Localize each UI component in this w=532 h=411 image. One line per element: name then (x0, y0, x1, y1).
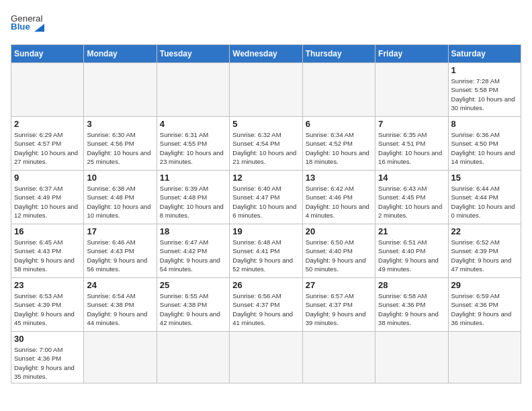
day-info: Sunrise: 6:57 AM Sunset: 4:37 PM Dayligh… (306, 291, 372, 327)
day-info: Sunrise: 6:40 AM Sunset: 4:47 PM Dayligh… (232, 184, 299, 220)
day-number: 5 (232, 119, 299, 129)
calendar-cell: 23Sunrise: 6:53 AM Sunset: 4:39 PM Dayli… (11, 278, 84, 332)
day-info: Sunrise: 6:54 AM Sunset: 4:38 PM Dayligh… (87, 291, 153, 327)
calendar-cell: 17Sunrise: 6:46 AM Sunset: 4:43 PM Dayli… (84, 224, 157, 278)
day-number: 17 (87, 226, 153, 236)
calendar-week-row: 1Sunrise: 7:28 AM Sunset: 5:58 PM Daylig… (11, 63, 521, 117)
day-number: 27 (306, 280, 372, 290)
calendar-cell: 16Sunrise: 6:45 AM Sunset: 4:43 PM Dayli… (11, 224, 84, 278)
day-info: Sunrise: 6:59 AM Sunset: 4:36 PM Dayligh… (451, 291, 518, 327)
calendar-cell: 6Sunrise: 6:34 AM Sunset: 4:52 PM Daylig… (302, 117, 375, 171)
day-header-monday: Monday (84, 45, 157, 63)
calendar-header-row: SundayMondayTuesdayWednesdayThursdayFrid… (11, 45, 521, 63)
calendar-cell: 7Sunrise: 6:35 AM Sunset: 4:51 PM Daylig… (375, 117, 448, 171)
calendar-cell: 27Sunrise: 6:57 AM Sunset: 4:37 PM Dayli… (302, 278, 375, 332)
day-info: Sunrise: 6:44 AM Sunset: 4:44 PM Dayligh… (451, 184, 518, 220)
day-header-sunday: Sunday (11, 45, 84, 63)
day-info: Sunrise: 6:35 AM Sunset: 4:51 PM Dayligh… (378, 130, 445, 166)
day-number: 21 (378, 226, 445, 236)
day-number: 11 (160, 173, 226, 183)
calendar-cell: 18Sunrise: 6:47 AM Sunset: 4:42 PM Dayli… (157, 224, 229, 278)
calendar-cell: 2Sunrise: 6:29 AM Sunset: 4:57 PM Daylig… (11, 117, 84, 171)
day-info: Sunrise: 6:53 AM Sunset: 4:39 PM Dayligh… (14, 291, 81, 327)
calendar-cell (11, 63, 84, 117)
day-number: 7 (378, 119, 445, 129)
calendar-cell: 4Sunrise: 6:31 AM Sunset: 4:55 PM Daylig… (157, 117, 229, 171)
day-info: Sunrise: 6:47 AM Sunset: 4:42 PM Dayligh… (160, 238, 226, 273)
day-number: 1 (451, 65, 518, 75)
day-number: 24 (87, 280, 153, 290)
day-info: Sunrise: 6:51 AM Sunset: 4:40 PM Dayligh… (378, 238, 445, 273)
day-info: Sunrise: 7:28 AM Sunset: 5:58 PM Dayligh… (451, 77, 518, 112)
calendar-cell: 8Sunrise: 6:36 AM Sunset: 4:50 PM Daylig… (448, 117, 521, 171)
day-info: Sunrise: 6:43 AM Sunset: 4:45 PM Dayligh… (378, 184, 445, 220)
day-info: Sunrise: 6:30 AM Sunset: 4:56 PM Dayligh… (87, 130, 153, 166)
day-header-thursday: Thursday (302, 45, 375, 63)
day-number: 14 (378, 173, 445, 183)
day-info: Sunrise: 6:50 AM Sunset: 4:40 PM Dayligh… (306, 238, 372, 273)
day-info: Sunrise: 6:45 AM Sunset: 4:43 PM Dayligh… (14, 238, 81, 273)
day-number: 16 (14, 226, 81, 236)
day-number: 3 (87, 119, 153, 129)
calendar-week-row: 30Sunrise: 7:00 AM Sunset: 4:36 PM Dayli… (11, 332, 521, 383)
calendar-cell: 26Sunrise: 6:56 AM Sunset: 4:37 PM Dayli… (230, 278, 302, 332)
day-number: 19 (232, 226, 299, 236)
day-info: Sunrise: 6:29 AM Sunset: 4:57 PM Dayligh… (14, 130, 81, 166)
day-info: Sunrise: 6:31 AM Sunset: 4:55 PM Dayligh… (160, 130, 226, 166)
general-blue-logo: General Blue (11, 11, 44, 38)
calendar-cell: 29Sunrise: 6:59 AM Sunset: 4:36 PM Dayli… (448, 278, 521, 332)
calendar-cell: 30Sunrise: 7:00 AM Sunset: 4:36 PM Dayli… (11, 332, 84, 383)
day-info: Sunrise: 6:34 AM Sunset: 4:52 PM Dayligh… (306, 130, 372, 166)
calendar-cell: 14Sunrise: 6:43 AM Sunset: 4:45 PM Dayli… (375, 171, 448, 224)
day-info: Sunrise: 6:37 AM Sunset: 4:49 PM Dayligh… (14, 184, 81, 220)
day-number: 23 (14, 280, 81, 290)
day-header-saturday: Saturday (448, 45, 521, 63)
day-info: Sunrise: 6:55 AM Sunset: 4:38 PM Dayligh… (160, 291, 226, 327)
day-number: 28 (378, 280, 445, 290)
calendar-cell: 5Sunrise: 6:32 AM Sunset: 4:54 PM Daylig… (230, 117, 302, 171)
day-info: Sunrise: 6:38 AM Sunset: 4:48 PM Dayligh… (87, 184, 153, 220)
calendar-week-row: 9Sunrise: 6:37 AM Sunset: 4:49 PM Daylig… (11, 171, 521, 224)
day-number: 13 (306, 173, 372, 183)
calendar-week-row: 23Sunrise: 6:53 AM Sunset: 4:39 PM Dayli… (11, 278, 521, 332)
calendar-cell (375, 332, 448, 383)
day-info: Sunrise: 6:42 AM Sunset: 4:46 PM Dayligh… (306, 184, 372, 220)
calendar-cell: 28Sunrise: 6:58 AM Sunset: 4:36 PM Dayli… (375, 278, 448, 332)
day-number: 6 (306, 119, 372, 129)
day-number: 30 (14, 334, 81, 344)
calendar-cell: 25Sunrise: 6:55 AM Sunset: 4:38 PM Dayli… (157, 278, 229, 332)
day-number: 25 (160, 280, 226, 290)
day-number: 22 (451, 226, 518, 236)
calendar-cell (302, 63, 375, 117)
day-number: 15 (451, 173, 518, 183)
svg-text:Blue: Blue (11, 21, 30, 32)
day-number: 29 (451, 280, 518, 290)
calendar-cell: 24Sunrise: 6:54 AM Sunset: 4:38 PM Dayli… (84, 278, 157, 332)
day-info: Sunrise: 6:39 AM Sunset: 4:48 PM Dayligh… (160, 184, 226, 220)
calendar-cell: 11Sunrise: 6:39 AM Sunset: 4:48 PM Dayli… (157, 171, 229, 224)
calendar-cell (84, 63, 157, 117)
calendar-table: SundayMondayTuesdayWednesdayThursdayFrid… (11, 44, 521, 383)
calendar-cell: 3Sunrise: 6:30 AM Sunset: 4:56 PM Daylig… (84, 117, 157, 171)
calendar-cell: 12Sunrise: 6:40 AM Sunset: 4:47 PM Dayli… (230, 171, 302, 224)
calendar-cell: 19Sunrise: 6:48 AM Sunset: 4:41 PM Dayli… (230, 224, 302, 278)
calendar-cell (230, 63, 302, 117)
day-number: 4 (160, 119, 226, 129)
calendar-cell: 10Sunrise: 6:38 AM Sunset: 4:48 PM Dayli… (84, 171, 157, 224)
day-number: 20 (306, 226, 372, 236)
calendar-cell (375, 63, 448, 117)
calendar-cell (84, 332, 157, 383)
day-info: Sunrise: 6:58 AM Sunset: 4:36 PM Dayligh… (378, 291, 445, 327)
header: General Blue (11, 11, 521, 38)
day-number: 9 (14, 173, 81, 183)
day-info: Sunrise: 6:46 AM Sunset: 4:43 PM Dayligh… (87, 238, 153, 273)
svg-marker-2 (34, 24, 44, 32)
calendar-cell: 22Sunrise: 6:52 AM Sunset: 4:39 PM Dayli… (448, 224, 521, 278)
calendar-cell: 15Sunrise: 6:44 AM Sunset: 4:44 PM Dayli… (448, 171, 521, 224)
calendar-cell: 13Sunrise: 6:42 AM Sunset: 4:46 PM Dayli… (302, 171, 375, 224)
calendar-cell (448, 332, 521, 383)
day-header-wednesday: Wednesday (230, 45, 302, 63)
day-number: 26 (232, 280, 299, 290)
calendar-cell (302, 332, 375, 383)
calendar-cell (157, 63, 229, 117)
